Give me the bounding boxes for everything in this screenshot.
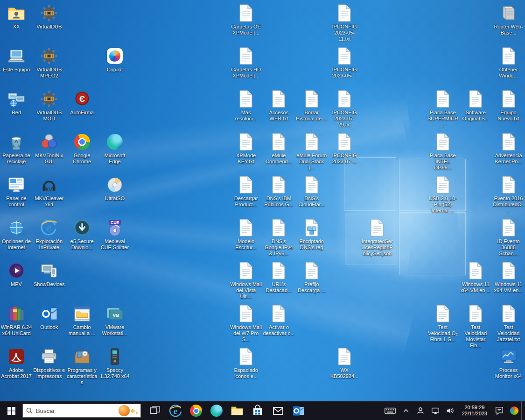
desktop-icon-modelo-escritur[interactable]: Modelo Escritur... xyxy=(230,218,262,251)
desktop-icon-microsoft-edge[interactable]: Microsoft Edge xyxy=(98,133,131,165)
desktop-icon-emule-compend[interactable]: eMule Compend... xyxy=(262,133,295,165)
desktop-icon-ultraiso[interactable]: UltraISO xyxy=(98,175,131,202)
task-view-taskbar-icon[interactable] xyxy=(145,401,165,420)
desktop-icon-activar-o-desactivar-c[interactable]: Activar o desactivar c... xyxy=(262,304,295,336)
desktop-icon-windows-mail-del-w7-pro-s[interactable]: Windows Mail del W7 Pro S... xyxy=(230,304,262,343)
desktop-icon-integratedservicesregionpolicyset-json[interactable]: IntegratedServicesRegionPolicySet.json xyxy=(361,218,393,257)
desktop-icon-ipconfig-2023-05-11-txt[interactable]: IPCONFIG 2023-05-11.txt xyxy=(328,4,361,42)
chevron-up-taskbar-icon[interactable] xyxy=(399,401,413,420)
news-interests-taskbar-icon[interactable] xyxy=(507,401,521,420)
desktop-icon-evento-2016-distributedc[interactable]: Evento 2016 DistributedC... xyxy=(492,175,525,214)
desktop-icon-exploraci-n-inprivate[interactable]: eExploración InPrivate xyxy=(33,218,65,251)
search-input[interactable] xyxy=(36,407,116,414)
taskbar-clock[interactable]: 20:59:29 22/11/2023 xyxy=(458,405,491,417)
desktop-icon-winrar-6-24-x64-unicard[interactable]: WinRAR 6.24 x64 UniCard xyxy=(0,304,33,336)
desktop-icon-label: Accesos WEB.txt xyxy=(263,110,294,122)
taskbar-search[interactable] xyxy=(22,404,141,418)
file-icon xyxy=(433,175,453,194)
desktop-icon-url-s-destacad[interactable]: URL's Destacad... xyxy=(262,261,295,294)
desktop-icon-dns-s-google-ipv4-ipv6[interactable]: DNS's Google IPv4 & IPv6... xyxy=(262,218,295,257)
desktop-icon-showdevices[interactable]: ShowDevices xyxy=(33,261,65,287)
desktop-icon-dns-s-ibm-p-blicos-g[interactable]: DNS's IBM Públicos G... xyxy=(262,175,295,208)
desktop-icon-test-velocidad-o-fibra-1-g[interactable]: Test Velocidad O₂ Fibra 1 G... xyxy=(427,304,459,343)
desktop-icon-windows-11-x64-vm-en[interactable]: Windows 11 x64 VM en ... xyxy=(459,261,492,294)
desktop-icon-ipconfig-2023-05[interactable]: IPCONFIG 2023-05-... xyxy=(328,47,361,79)
desktop-icon-borrar-historial-de[interactable]: Borrar Historial de ... xyxy=(295,90,328,122)
desktop-icon-xx[interactable]: XX xyxy=(0,4,33,30)
desktop-icon-router-web-base[interactable]: Router Web-Base... xyxy=(492,4,525,36)
desktop-icon-virtualdub-mpeg2[interactable]: VirtualDUB MPEG2 xyxy=(33,47,65,79)
outlook-taskbar-icon[interactable] xyxy=(288,401,309,420)
desktop-icon-usb-2-0-10-pin-52-internal[interactable]: USB 2.0 10-Pin (52) Internal ... xyxy=(427,175,459,214)
desktop-icon-dns-s-cloudflar[interactable]: DNS's CloudFlar... xyxy=(295,175,328,208)
desktop-icon-copilot[interactable]: Copilot xyxy=(98,47,131,73)
meet-now-taskbar-icon[interactable] xyxy=(413,401,428,420)
file-icon xyxy=(499,218,518,237)
desktop-icon-accesos-web-txt[interactable]: Accesos WEB.txt xyxy=(262,90,295,122)
desktop-icon-wx-kb502924[interactable]: WX KB502924... xyxy=(328,347,361,379)
file-explorer-taskbar-icon[interactable] xyxy=(227,401,247,420)
desktop-icon-virtualdub[interactable]: VirtualDUB xyxy=(33,4,65,30)
file-icon xyxy=(236,47,256,65)
svg-text:Є: Є xyxy=(79,95,85,104)
internet-explorer-taskbar-icon[interactable]: e xyxy=(165,401,186,420)
desktop-icon-adobe-acrobat-2017[interactable]: Adobe Acrobat 2017 xyxy=(0,347,33,379)
desktop-icon-m-s-resoluci[interactable]: Más resoluci... xyxy=(230,90,262,122)
desktop-icon-software-original-s[interactable]: Software Original S... xyxy=(459,90,492,122)
desktop-icon-encriptado-dns-s-reg[interactable]: Encriptado DNS's.reg xyxy=(295,218,328,251)
desktop-icon-mpv[interactable]: MPV xyxy=(0,261,33,287)
desktop-icon-obtener-windo[interactable]: Obtener Windo... xyxy=(492,47,525,79)
desktop-icon-equipo-nuevo-txt[interactable]: Equipo Nuevo.txt xyxy=(492,90,525,122)
desktop-icon-mkvcleaver-x64[interactable]: KVMKVCleaver x64 xyxy=(33,175,65,208)
desktop-icon-virtualdub-mod[interactable]: VirtualDUB MOD xyxy=(33,90,65,122)
google-chrome-taskbar-icon[interactable] xyxy=(186,401,206,420)
desktop-icon-mkvtoolnix-gui[interactable]: MKVToolNix GUI xyxy=(33,133,65,165)
desktop-icon-e5-secure-downlo[interactable]: e5 Secure Downlo... xyxy=(66,218,98,251)
touch-keyboard-taskbar-icon[interactable] xyxy=(381,401,399,420)
microsoft-store-taskbar-icon[interactable] xyxy=(247,401,268,420)
desktop-icon-ipconfig-2023-07[interactable]: IPCONFIG 2023-07-... xyxy=(328,133,361,165)
file-icon xyxy=(236,347,256,366)
desktop-icon-papelera-de-reciclaje[interactable]: Papelera de reciclaje xyxy=(0,133,33,165)
desktop-icon-opciones-de-internet[interactable]: Opciones de Internet xyxy=(0,218,33,251)
desktop-icon-este-equipo[interactable]: Este equipo xyxy=(0,47,33,73)
desktop[interactable]: XXEste equipoRedPapelera de reciclajePan… xyxy=(0,0,525,401)
microsoft-edge-taskbar-icon[interactable] xyxy=(206,401,227,420)
file-icon xyxy=(499,133,518,151)
desktop-icon-emule-forum-dual-stack[interactable]: eMule Forum Dual Stack [... xyxy=(295,133,328,171)
desktop-icon-cambio-manual-a[interactable]: Cambio manual a ... xyxy=(66,304,98,336)
desktop-icon-panel-de-control[interactable]: Panel de control xyxy=(0,175,33,208)
show-desktop-button[interactable] xyxy=(521,401,525,420)
action-center-taskbar-icon[interactable] xyxy=(491,401,507,420)
desktop-icon-windows-mail-del-vista-lti[interactable]: Windows Mail del Vista Últi... xyxy=(230,261,262,300)
desktop-icon-descargar-product[interactable]: Descargar Product... xyxy=(230,175,262,208)
desktop-icon-espaciado-iconos-e[interactable]: Espaciado iconos e... xyxy=(230,347,262,379)
desktop-icon-prefijo-descarga[interactable]: Prefijo Descarga ... xyxy=(295,261,328,294)
desktop-icon-test-velocidad-movistar-fib[interactable]: Test Velocidad Movistar Fib... xyxy=(459,304,492,349)
volume-taskbar-icon[interactable] xyxy=(443,401,458,420)
desktop-icon-windows-11-x64-vm-en-2[interactable]: Windows 11 x64 VM en... xyxy=(492,261,525,294)
desktop-icon-speccy-1-32-740-x64[interactable]: Speccy 1.32.740 x64 xyxy=(98,347,131,379)
desktop-icon-medieval-cue-splitter[interactable]: CUEMedieval CUE Splitter xyxy=(98,218,131,251)
desktop-icon-autofirma[interactable]: ЄAutoFirma xyxy=(66,90,98,116)
mail-taskbar-icon[interactable] xyxy=(268,401,288,420)
desktop-icon-process-monitor-x64[interactable]: Process Monitor x64 xyxy=(492,347,525,379)
desktop-icon-id-evento-36888-schan[interactable]: ID Evento 36888 Schan... xyxy=(492,218,525,257)
desktop-icon-vmware-workstati[interactable]: VMVMware Workstati... xyxy=(98,304,131,336)
desktop-icon-carpetas-oe-xpmode[interactable]: Carpetas OE XPMode [... xyxy=(230,4,262,36)
desktop-icon-outlook[interactable]: Outlook xyxy=(33,304,65,330)
desktop-icon-google-chrome[interactable]: Google Chrome xyxy=(66,133,98,165)
search-highlight-icon[interactable] xyxy=(119,405,138,416)
desktop-icon-programas-y-caracter-sticas[interactable]: Programas y características xyxy=(66,347,98,385)
desktop-icon-advertencia-kernel-pn[interactable]: Advertencia Kernel-Pn... xyxy=(492,133,525,165)
desktop-icon-carpetas-hd-xpmode[interactable]: Carpetas HD XPMode [... xyxy=(230,47,262,79)
desktop-icon-xpmode-key-txt[interactable]: XPMode KEY.txt xyxy=(230,133,262,165)
network-taskbar-icon[interactable] xyxy=(428,401,443,420)
start-button[interactable] xyxy=(0,401,22,420)
desktop-icon-dispositivos-e-impresoras[interactable]: Dispositivos e impresoras xyxy=(33,347,65,379)
desktop-icon-placa-base-supermicr[interactable]: Placa Base SUPERMICR... xyxy=(427,90,459,128)
desktop-icon-red[interactable]: Red xyxy=(0,90,33,116)
desktop-icon-ipconfig-2023-07-29-txt[interactable]: IPCONFIG 2023-07-29.txt xyxy=(328,90,361,128)
desktop-icon-placa-base-intel-dg96[interactable]: Placa Base INTEL DG96... xyxy=(427,133,459,171)
desktop-icon-test-velocidad-jazztel-txt[interactable]: Test Velocidad Jazztel.txt xyxy=(492,304,525,343)
